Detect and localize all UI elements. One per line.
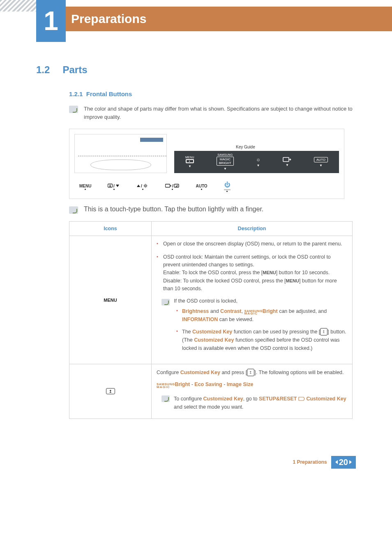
page-header: Preparations 1	[0, 0, 392, 31]
desc-cell-menu: Open or close the onscreen display (OSD)…	[152, 236, 353, 364]
svg-line-11	[147, 185, 147, 185]
key-guide-label: Key Guide	[236, 145, 339, 149]
note-touch-button: This is a touch-type button. Tap the but…	[69, 206, 356, 214]
btn-menu: MENU	[79, 184, 91, 190]
btn-up-brightness: /	[136, 183, 149, 190]
menu-bullet-2: OSD control lock: Maintain the current s…	[157, 253, 347, 293]
kg-brightness: ☼ ▼	[256, 157, 261, 167]
svg-rect-0	[283, 157, 289, 162]
subsection-title: Frontal Buttons	[86, 90, 132, 97]
monitor-illustration	[74, 134, 167, 173]
th-description: Description	[152, 222, 353, 236]
subsection-number: 1.2.1	[69, 90, 83, 97]
subsection-heading: 1.2.1 Frontal Buttons	[69, 90, 356, 97]
note-icon	[161, 299, 170, 305]
th-icons: Icons	[69, 222, 152, 236]
note-text: This is a touch-type button. Tap the but…	[84, 206, 263, 213]
osd-locked-note: If the OSD control is locked, Brightness…	[161, 298, 347, 357]
btn-power: ⏻	[224, 181, 231, 192]
svg-text:/: /	[172, 184, 173, 188]
desc-cell-customized: Configure Customized Key and press [↥]. …	[152, 364, 353, 419]
btn-auto: AUTO	[196, 184, 207, 190]
menu-bullet-1: Open or close the onscreen display (OSD)…	[157, 240, 347, 248]
svg-line-9	[144, 185, 145, 185]
note-icon	[69, 106, 78, 113]
svg-rect-13	[166, 184, 170, 187]
chapter-number-box: 1	[36, 0, 66, 42]
svg-line-12	[144, 187, 145, 187]
customized-key-icon: ↥	[106, 388, 115, 394]
page-footer: 1 Preparations 20	[0, 456, 392, 469]
icon-cell-customized: ↥	[69, 364, 152, 419]
customized-key-icon: ↥	[247, 369, 254, 376]
osd-sub-1: Brightness and Contrast, SAMSUNGMAGICBri…	[174, 307, 347, 324]
kg-auto: AUTO ▼	[314, 157, 328, 167]
triangle-right-icon	[349, 460, 352, 464]
osd-locked-text: If the OSD control is locked,	[174, 298, 347, 304]
physical-button-row: MENU / / / AUTO ⏻	[74, 178, 339, 194]
chapter-title-bar: Preparations	[36, 7, 392, 31]
icon-cell-menu: MENU	[69, 236, 152, 364]
kg-source: ▼	[283, 157, 292, 167]
svg-point-4	[145, 185, 146, 187]
frontal-buttons-figure: Key Guide MENU ▼ SAMSUNG MAGICBRIGHT ▼ ☼	[69, 129, 344, 199]
note-icon	[161, 395, 170, 402]
key-guide-strip: MENU ▼ SAMSUNG MAGICBRIGHT ▼ ☼ ▼	[174, 151, 339, 173]
chapter-number: 1	[44, 6, 58, 36]
page-number-box: 20	[331, 456, 356, 469]
svg-text:/: /	[113, 184, 115, 188]
chapter-title: Preparations	[71, 12, 146, 26]
section-number: 1.2	[36, 64, 61, 76]
customized-key-note: To configure Customized Key, go to SETUP…	[161, 395, 347, 411]
svg-line-10	[147, 187, 147, 187]
note-icon	[69, 206, 78, 214]
kg-samsung-magic-bright: SAMSUNG MAGICBRIGHT ▼	[217, 153, 234, 171]
note-spec-change: The color and shape of parts may differ …	[69, 105, 356, 121]
table-row: ↥ Configure Customized Key and press [↥]…	[69, 364, 353, 419]
kg-menu: MENU ▼	[185, 156, 194, 168]
btn-source-enter: /	[165, 183, 179, 190]
icons-description-table: Icons Description MENU Open or close the…	[69, 221, 353, 419]
footer-chapter-text: 1 Preparations	[293, 459, 327, 465]
table-row: MENU Open or close the onscreen display …	[69, 236, 353, 364]
triangle-left-icon	[335, 460, 338, 464]
note-text: The color and shape of parts may differ …	[84, 105, 356, 121]
btn-customized-down: /	[108, 183, 120, 190]
osd-sub-2: The Customized Key function can be used …	[174, 328, 347, 352]
customized-key-icon: ↥	[320, 328, 327, 335]
section-heading: 1.2 Parts	[36, 64, 356, 76]
svg-text:/: /	[141, 184, 142, 188]
section-title: Parts	[62, 64, 87, 76]
page-number: 20	[339, 458, 348, 467]
